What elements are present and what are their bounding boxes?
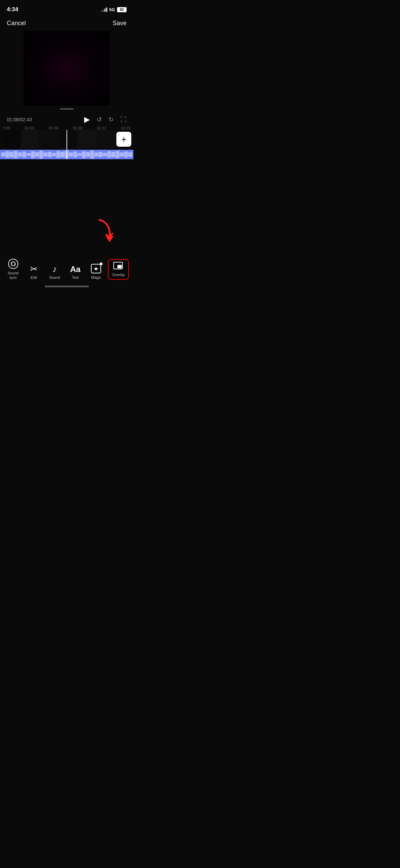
signal-bar-1 — [101, 11, 102, 12]
rewind-button[interactable]: ↺ — [97, 116, 102, 123]
wave-bar — [56, 151, 60, 158]
cancel-button[interactable]: Cancel — [7, 20, 26, 27]
wave-bar — [120, 152, 124, 157]
svg-marker-3 — [94, 267, 98, 271]
wave-bar — [86, 152, 90, 157]
wave-bar — [52, 153, 56, 156]
magic-icon-svg — [94, 267, 98, 271]
video-preview — [23, 31, 110, 106]
wave-bar — [103, 153, 107, 156]
wave-bar — [35, 152, 39, 157]
wave-bar — [90, 150, 94, 159]
playback-controls: ▶ ↺ ↻ ⛶ — [84, 115, 127, 124]
tool-edit[interactable]: ✂ Edit — [25, 265, 43, 280]
ruler-mark-2: 01:06 — [49, 126, 58, 130]
status-right: 5G 83 — [101, 7, 127, 12]
wave-bar — [99, 152, 103, 158]
wave-bar — [73, 151, 77, 158]
signal-bars — [101, 7, 107, 12]
ruler-mark-5: 01:15 — [121, 126, 131, 130]
waveform — [0, 150, 133, 159]
drag-handle — [60, 108, 74, 110]
playback-bar: 01:08/02:43 ▶ ↺ ↻ ⛶ — [0, 111, 133, 126]
current-time: 01:08 — [7, 117, 19, 122]
total-time: 02:43 — [20, 117, 32, 122]
tool-sound[interactable]: ♪ Sound — [46, 265, 63, 280]
text-label: Text — [72, 275, 79, 280]
sound-icon: ♪ — [52, 265, 57, 273]
overlay-label: Overlay — [112, 273, 125, 277]
status-time: 4:34 — [7, 6, 18, 13]
sound-sync-icon — [8, 259, 18, 269]
fullscreen-button[interactable]: ⛶ — [120, 116, 127, 123]
magic-dot — [100, 263, 102, 265]
strip-thumb-6 — [97, 130, 116, 148]
timeline-wrapper: + — [0, 130, 133, 159]
arrow-svg — [93, 218, 116, 249]
wave-bar — [14, 151, 18, 158]
ruler-mark-1: 01:03 — [25, 126, 34, 130]
status-bar: 4:34 5G 83 — [0, 0, 133, 17]
magic-label: Magic — [91, 275, 101, 280]
save-button[interactable]: Save — [113, 20, 127, 27]
wave-bar — [1, 152, 5, 156]
wave-bar — [116, 151, 120, 158]
plus-icon: + — [121, 135, 126, 144]
edit-label: Edit — [31, 275, 37, 280]
strip-thumb-4 — [59, 130, 78, 148]
sync-icon-svg — [10, 261, 16, 267]
wave-bar — [94, 152, 98, 156]
wave-bar — [9, 152, 14, 157]
edit-icon: ✂ — [30, 265, 38, 273]
text-icon: Aa — [70, 265, 81, 273]
wave-bar — [26, 153, 31, 156]
add-clip-button[interactable]: + — [116, 132, 131, 147]
ruler-mark-3: 01:09 — [73, 126, 82, 130]
timeline-ruler: 1:00 01:03 01:06 01:09 01:12 01:15 — [0, 126, 133, 130]
tool-magic[interactable]: Magic — [87, 264, 105, 280]
header: Cancel Save — [0, 17, 133, 31]
tool-sound-sync[interactable]: Soundsync — [4, 259, 22, 280]
wave-bar — [69, 152, 73, 157]
signal-bar-3 — [104, 8, 106, 12]
tool-overlay[interactable]: Overlay — [108, 259, 129, 280]
wave-bar — [65, 151, 69, 158]
strip-thumb-2 — [21, 130, 39, 148]
overlay-pip — [117, 265, 122, 268]
signal-bar-4 — [106, 7, 107, 12]
ruler-mark-0: 1:00 — [3, 126, 10, 130]
forward-button[interactable]: ↻ — [109, 116, 114, 123]
wave-bar — [48, 152, 52, 158]
battery-level: 83 — [117, 7, 127, 12]
sound-sync-label: Soundsync — [8, 271, 19, 280]
tool-text[interactable]: Aa Text — [66, 265, 84, 280]
sound-label: Sound — [49, 275, 60, 280]
wave-bar — [82, 151, 86, 158]
wave-bar — [111, 152, 115, 157]
timecode: 01:08/02:43 — [7, 117, 32, 122]
drag-handle-area — [0, 106, 133, 111]
red-arrow-annotation — [93, 218, 116, 250]
overlay-icon — [113, 262, 123, 271]
wave-bar — [22, 151, 26, 158]
wave-bar — [107, 151, 111, 158]
audio-track[interactable] — [0, 150, 133, 159]
wave-bar — [39, 150, 43, 159]
wave-bar — [43, 152, 47, 156]
strip-thumb-1 — [2, 130, 20, 148]
wave-bar — [60, 152, 64, 157]
timeline-space — [0, 159, 133, 180]
wave-bar — [18, 152, 22, 157]
overlay-icon-frame — [113, 262, 123, 269]
strip-thumb-3 — [40, 130, 58, 148]
bottom-toolbar: Soundsync ✂ Edit ♪ Sound Aa Text Magic O… — [0, 255, 133, 283]
wave-bar — [124, 151, 128, 158]
magic-icon — [91, 264, 101, 273]
wave-bar — [5, 151, 9, 158]
ruler-mark-4: 01:12 — [97, 126, 107, 130]
play-button[interactable]: ▶ — [84, 115, 90, 124]
strip-thumb-5 — [78, 130, 97, 148]
signal-bar-2 — [103, 10, 104, 12]
svg-marker-0 — [106, 236, 114, 242]
video-strip-row: + — [0, 130, 133, 150]
